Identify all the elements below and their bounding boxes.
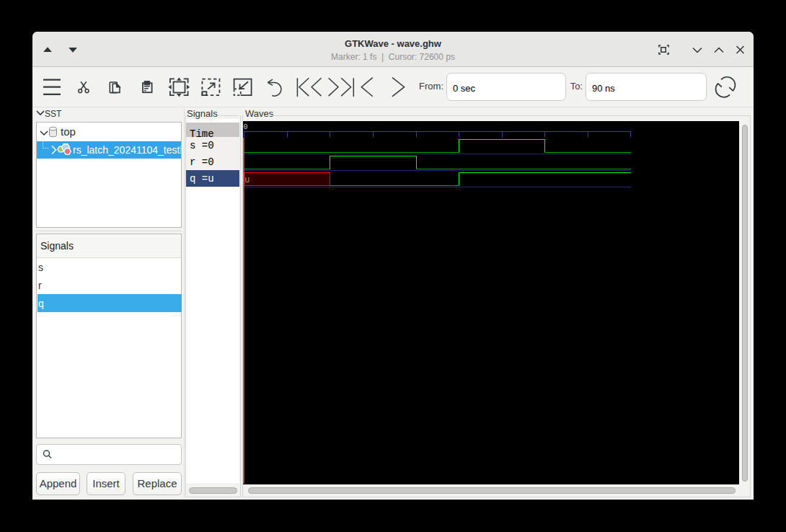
svg-text:0: 0: [244, 123, 248, 131]
svg-text:U: U: [245, 176, 250, 185]
svg-text:rs_latch_20241104_testb: rs_latch_20241104_testb: [73, 144, 181, 156]
